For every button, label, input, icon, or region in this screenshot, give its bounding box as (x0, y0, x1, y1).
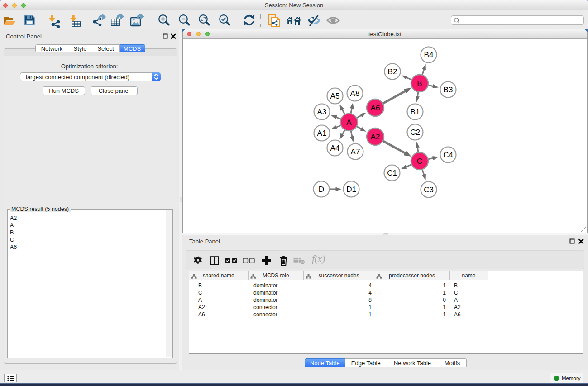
svg-text:B4: B4 (424, 51, 434, 59)
svg-text:C: C (417, 157, 422, 166)
svg-text:A7: A7 (351, 148, 360, 156)
svg-text:C2: C2 (410, 128, 420, 137)
svg-text:A5: A5 (330, 92, 340, 100)
svg-text:A6: A6 (371, 104, 380, 112)
svg-text:B: B (417, 79, 422, 88)
svg-text:A: A (346, 118, 352, 127)
svg-text:C4: C4 (443, 151, 453, 159)
svg-text:A8: A8 (350, 89, 360, 98)
svg-text:D1: D1 (346, 185, 356, 194)
svg-text:D: D (319, 185, 324, 194)
svg-text:A2: A2 (371, 133, 380, 141)
svg-text:C1: C1 (387, 169, 397, 177)
svg-text:A4: A4 (330, 144, 340, 152)
svg-text:B1: B1 (411, 108, 420, 116)
svg-text:A3: A3 (317, 108, 327, 116)
svg-text:C3: C3 (424, 186, 434, 194)
svg-text:B2: B2 (388, 67, 397, 76)
svg-text:A1: A1 (317, 129, 327, 138)
svg-text:B3: B3 (444, 86, 453, 94)
